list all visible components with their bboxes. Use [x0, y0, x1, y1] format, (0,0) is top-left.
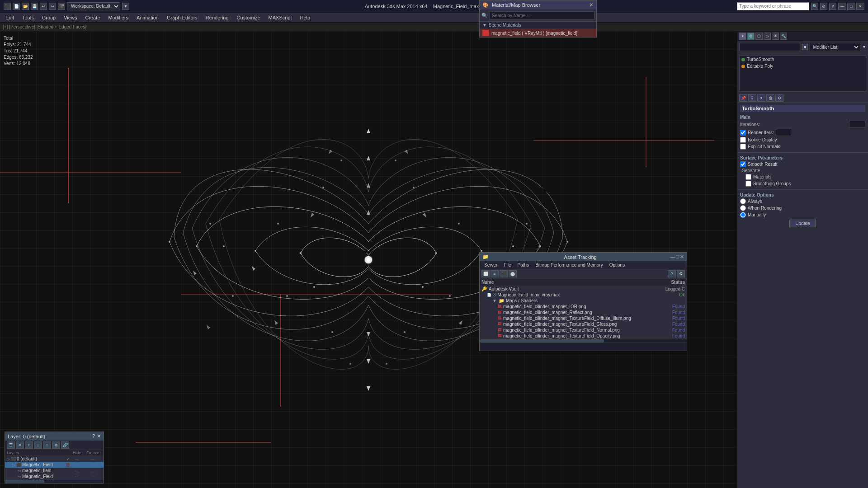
layers-tool-6[interactable]: ⧉ [52, 441, 60, 449]
workspace-selector[interactable]: Workspace: DefaultWorkspace: Default [67, 2, 120, 10]
menu-tools[interactable]: Tools [19, 14, 38, 21]
layers-tool-4[interactable]: ↓ [34, 441, 42, 449]
menu-group[interactable]: Group [38, 14, 60, 21]
menu-edit[interactable]: Edit [2, 14, 18, 21]
scene-materials-header[interactable]: ▼ Scene Materials [480, 22, 596, 29]
color-swatch[interactable]: ■ [802, 44, 808, 50]
menu-maxscript[interactable]: MAXScript [265, 14, 296, 21]
menu-graph-editors[interactable]: Graph Editors [163, 14, 201, 21]
asset-item-gloss[interactable]: 🖼 magnetic_field_cilinder_magnet_Texture… [480, 321, 687, 327]
menu-modifiers[interactable]: Modifiers [104, 14, 132, 21]
render-iters-input[interactable]: 2 [776, 129, 792, 136]
asset-tool-4[interactable]: ⬤ [509, 270, 517, 277]
asset-menu-server[interactable]: Server [481, 262, 500, 268]
layers-tool-7[interactable]: 🔗 [61, 441, 69, 449]
menu-create[interactable]: Create [81, 14, 104, 21]
asset-item-normal[interactable]: 🖼 magnetic_field_cilinder_magnet_Texture… [480, 327, 687, 333]
asset-item-diffuse[interactable]: 🖼 magnetic_field_cilinder_magnet_Texture… [480, 315, 687, 321]
modifier-list-dropdown[interactable]: Modifier List [810, 43, 860, 51]
make-unique-btn[interactable]: ✦ [757, 94, 765, 102]
modify-tab-icon[interactable]: ⚙ [747, 33, 755, 40]
close-btn[interactable]: ✕ [856, 3, 864, 10]
config-btn[interactable]: ⚙ [775, 94, 783, 102]
layers-tool-1[interactable]: ☰ [7, 441, 15, 449]
layers-tool-5[interactable]: ↑ [43, 441, 51, 449]
workspace-expand[interactable]: ▼ [122, 3, 129, 10]
menu-customize[interactable]: Customize [233, 14, 264, 21]
dropdown-arrow[interactable]: ▼ [862, 45, 866, 49]
scene-btn[interactable]: 🎬 [58, 3, 65, 10]
asset-menu-options[interactable]: Options [607, 262, 627, 268]
modifier-item-turbosmooth[interactable]: TurboSmooth [740, 56, 866, 63]
update-button[interactable]: Update [789, 220, 816, 227]
material-browser-close[interactable]: ✕ [589, 2, 594, 8]
layers-close-btn[interactable]: ✕ [97, 433, 101, 439]
iterations-input[interactable]: 0 [849, 121, 865, 128]
display-tab-icon[interactable]: 👁 [772, 33, 779, 40]
smoothing-groups-checkbox[interactable] [745, 181, 751, 187]
asset-menu-file[interactable]: File [501, 262, 514, 268]
utilities-tab-icon[interactable]: 🔧 [780, 33, 787, 40]
menu-views[interactable]: Views [60, 14, 80, 21]
asset-help-btn[interactable]: ? [668, 270, 676, 277]
layer-item-magnetic-field-child2[interactable]: ↪ Magnetic_Field — — [5, 474, 104, 479]
isoline-checkbox[interactable] [740, 137, 746, 143]
object-name-input[interactable]: magnetic_field [739, 43, 800, 51]
show-result-btn[interactable]: ↧ [748, 94, 756, 102]
asset-item-opacity[interactable]: 🖼 magnetic_field_cilinder_magnet_Texture… [480, 333, 687, 339]
create-tab-icon[interactable]: ✦ [739, 33, 746, 40]
menu-animation[interactable]: Animation [133, 14, 162, 21]
layers-hscrollbar[interactable] [5, 479, 104, 483]
menu-rendering[interactable]: Rendering [202, 14, 232, 21]
asset-item-maps-folder[interactable]: ▼ 📁 Maps / Shaders [480, 298, 687, 304]
layer-item-default[interactable]: ▷ ⬛ 0 (default) ✓ — — [5, 456, 104, 462]
materials-checkbox[interactable] [745, 174, 751, 180]
mat-search-input[interactable] [490, 11, 594, 19]
save-btn[interactable]: 💾 [31, 3, 38, 10]
modifier-item-editablepoly[interactable]: Editable Poly [740, 63, 866, 70]
asset-item-max-file[interactable]: 📄 3 Magnetic_Field_max_vray.max Ok [480, 292, 687, 298]
pin-stack-btn[interactable]: 📌 [739, 94, 747, 102]
material-item-magnetic[interactable]: magnetic_field ( VRayMtl ) [magnetic_fie… [480, 29, 596, 37]
asset-menu-bitmap[interactable]: Bitmap Performance and Memory [533, 262, 606, 268]
undo-btn[interactable]: ↩ [40, 3, 47, 10]
asset-tracking-max[interactable]: □ [676, 254, 679, 260]
app-icon[interactable]: ⬛ [4, 3, 11, 10]
when-rendering-radio[interactable] [740, 205, 746, 211]
asset-tool-1[interactable]: ⬜ [481, 270, 490, 277]
layer-item-magnetic-field-child1[interactable]: ↪ magnetic_field — — [5, 468, 104, 474]
always-radio[interactable] [740, 198, 746, 204]
layers-help-btn[interactable]: ? [92, 433, 95, 439]
layers-tool-2[interactable]: ✕ [16, 441, 24, 449]
asset-menu-paths[interactable]: Paths [515, 262, 532, 268]
asset-tool-3[interactable]: ⬛ [500, 270, 508, 277]
explicit-normals-checkbox[interactable] [740, 144, 746, 150]
remove-mod-btn[interactable]: 🗑 [766, 94, 774, 102]
menu-help[interactable]: Help [297, 14, 314, 21]
smooth-result-checkbox[interactable] [740, 161, 746, 167]
help-icon[interactable]: ? [829, 3, 836, 10]
asset-tracking-close[interactable]: ✕ [680, 254, 684, 260]
new-btn[interactable]: 📄 [13, 3, 20, 10]
maximize-btn[interactable]: □ [847, 3, 855, 10]
asset-item-ior[interactable]: 🖼 magnetic_field_cilinder_magnet_IOR.png… [480, 304, 687, 310]
hierarchy-tab-icon[interactable]: ⬡ [755, 33, 763, 40]
asset-tracking-min[interactable]: — [670, 254, 675, 260]
settings-icon[interactable]: ⚙ [820, 3, 827, 10]
asset-item-vault[interactable]: 🔑 Autodesk Vault Logged C [480, 286, 687, 292]
manually-radio[interactable] [740, 212, 746, 218]
render-iters-checkbox[interactable] [740, 130, 746, 136]
asset-item-reflect[interactable]: 🖼 magnetic_field_cilinder_magnet_Reflect… [480, 310, 687, 315]
asset-tool-2[interactable]: ≡ [491, 270, 499, 277]
layers-scroll-thumb[interactable] [5, 480, 44, 483]
open-btn[interactable]: 📂 [22, 3, 29, 10]
search-icon[interactable]: 🔍 [811, 3, 818, 10]
layers-tool-3[interactable]: + [25, 441, 33, 449]
minimize-btn[interactable]: — [838, 3, 846, 10]
motion-tab-icon[interactable]: ▷ [764, 33, 771, 40]
layer-item-magnetic-field[interactable]: ▷ ⬛ Magnetic_Field — — [5, 462, 104, 468]
asset-scrollbar-thumb[interactable] [480, 339, 604, 343]
asset-hscrollbar[interactable] [480, 339, 687, 343]
asset-settings-btn[interactable]: ⚙ [677, 270, 685, 277]
redo-btn[interactable]: ↪ [49, 3, 56, 10]
